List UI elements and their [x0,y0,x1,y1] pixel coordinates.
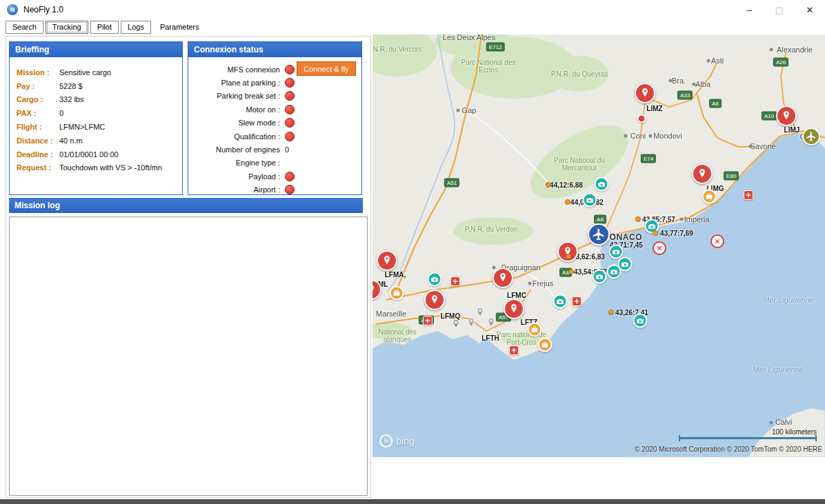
dot-orange-marker[interactable] [608,310,614,315]
noentry-red-marker[interactable] [653,241,666,255]
map-scale-bar [679,437,817,439]
briefing-row: Request :Touchdown with VS > -10ft/mn [17,161,182,175]
minimize-button[interactable]: – [734,0,764,19]
connexion-row-label: Parking break set : [188,92,280,100]
minor-roads [469,112,559,302]
briefing-row: Deadline :01/01/0001 00:00 [17,148,182,161]
poi-teal-marker[interactable] [609,245,624,259]
poi-teal-marker[interactable] [595,177,609,192]
dot-orange-marker[interactable] [568,269,574,274]
dot-city-marker [749,145,753,148]
dot-city-marker [770,421,773,425]
connexion-row-label: Airport : [188,185,280,194]
dot-city-marker [649,134,653,138]
connexion-row: Engine type : [188,157,361,170]
tab-strip: SearchTrackingPilotLogsParameters [6,21,208,34]
connexion-row: Slew mode : [188,117,361,130]
cargo-amber-marker[interactable] [390,286,404,301]
map[interactable]: 100 kilometers © 2020 Microsoft Corporat… [372,34,825,457]
kit-red-marker[interactable] [572,296,582,306]
connexion-rows: MFS connexionPlane at parking :Parking b… [188,57,361,196]
briefing-field-value: 40 n.m [59,137,83,145]
poi-teal-marker[interactable] [633,314,648,328]
dot-city-marker [528,282,532,285]
pin-gray-marker[interactable] [466,317,477,328]
maximize-button[interactable]: ▢ [764,0,795,19]
dot-orange-marker[interactable] [653,230,658,236]
briefing-field-value: 5228 $ [59,82,83,90]
airport-red-marker[interactable] [692,163,713,184]
kit-red-marker[interactable] [423,316,433,325]
noentry-red-marker[interactable] [710,234,724,248]
status-indicator [285,132,295,141]
briefing-field-value: 01/01/0001 00:00 [59,150,119,159]
briefing-field-label: Distance : [17,137,59,145]
dot-city-marker [669,79,673,83]
status-indicator [285,65,295,74]
airport-red-marker[interactable] [424,290,445,310]
cargo-amber-marker[interactable] [538,338,553,352]
bing-icon: b [379,434,392,447]
close-button[interactable]: ✕ [795,0,825,19]
poi-teal-marker[interactable] [428,272,442,287]
connexion-row-label: MFS connexion [188,65,280,74]
connexion-row: Number of engines0 [188,143,361,156]
tab-pilot[interactable]: Pilot [90,21,119,34]
dot-city-marker [693,83,696,86]
cargo-amber-marker[interactable] [702,190,717,204]
kit-red-marker[interactable] [450,276,460,286]
briefing-field-value: Sensitive cargo [59,68,111,77]
briefing-field-label: Cargo : [17,95,59,103]
dot-orange-marker[interactable] [546,182,551,188]
connect-and-fly-button[interactable]: Connect & fly [297,61,356,76]
airport-red-marker[interactable] [504,299,524,319]
airport-red-marker[interactable] [493,268,513,288]
mission-log-header: Mission log [9,198,363,213]
dot-orange-marker[interactable] [565,199,570,205]
tab-search[interactable]: Search [6,21,43,34]
briefing-field-label: Flight : [17,123,59,131]
window-bottom-edge [0,499,825,504]
poi-teal-marker[interactable] [583,193,597,208]
briefing-field-label: Mission : [17,68,59,77]
briefing-row: Mission :Sensitive cargo [17,65,182,79]
dot-city-marker [624,134,628,138]
dot-city-marker [707,59,710,63]
pin-gray-marker[interactable] [450,319,461,330]
dot-orange-marker[interactable] [566,254,571,259]
poi-teal-marker[interactable] [553,294,568,309]
tab-tracking[interactable]: Tracking [46,21,88,34]
pin-red-small-marker[interactable] [637,114,646,123]
kit-red-marker[interactable] [509,345,519,355]
tab-logs[interactable]: Logs [121,21,151,34]
connexion-status-panel: Connexion status MFS connexionPlane at p… [188,41,362,195]
pin-gray-marker[interactable] [486,317,497,328]
window-title: NeoFly 1.0 [23,5,63,14]
dot-orange-marker[interactable] [635,216,641,222]
briefing-row: Cargo :332 lbs [17,93,182,107]
mission-log-area[interactable] [9,216,368,496]
poi-teal-marker[interactable] [607,265,622,279]
airport-red-marker[interactable] [377,250,397,271]
status-indicator [285,105,295,114]
window-controls: – ▢ ✕ [734,0,825,19]
connexion-row-label: Plane at parking : [188,79,280,87]
plane-blue-marker[interactable] [588,223,610,245]
poi-olive-marker[interactable] [802,128,820,145]
status-indicator [285,172,295,181]
cargo-amber-marker[interactable] [528,323,542,337]
bing-logo: b bing [379,434,414,447]
pin-gray-marker[interactable] [475,307,486,318]
tab-parameters[interactable]: Parameters [153,21,206,34]
connexion-row: Parking break set : [188,90,361,103]
map-attribution: © 2020 Microsoft Corporation © 2020 TomT… [635,445,822,453]
airport-red-marker[interactable] [776,105,797,126]
briefing-field-label: Pay : [17,82,59,90]
briefing-fields: Mission :Sensitive cargoPay :5228 $Cargo… [10,57,182,174]
connexion-row: Payload : [188,170,361,183]
kit-red-marker[interactable] [744,190,753,200]
dot-city-marker [680,218,684,221]
briefing-field-value: Touchdown with VS > -10ft/mn [59,163,162,172]
airport-red-marker[interactable] [635,83,655,103]
poi-teal-marker[interactable] [593,270,607,284]
